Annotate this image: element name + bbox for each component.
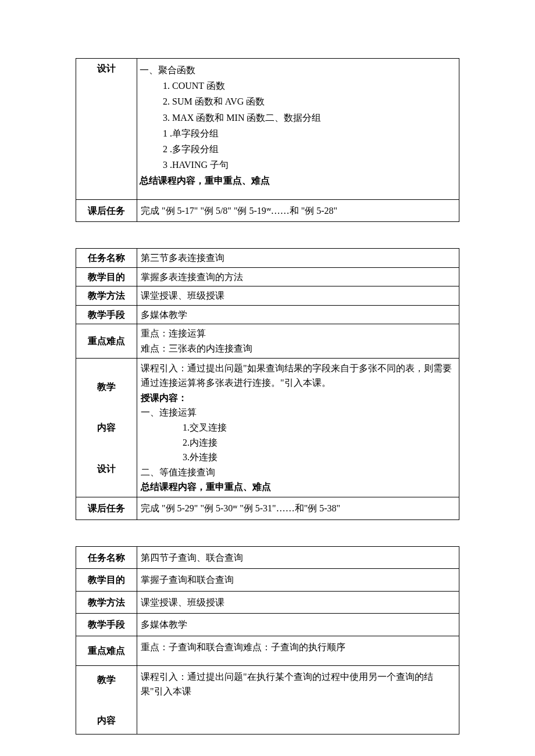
text-line: 2. SUM 函数和 AVG 函数 bbox=[140, 94, 454, 109]
row-label: 教学目的 bbox=[76, 569, 137, 592]
summary-line: 总结课程内容，重申重点、难点 bbox=[141, 482, 271, 492]
text-line: 3 .HAVING 子句 bbox=[140, 157, 454, 173]
label-part: 教学 bbox=[97, 382, 116, 392]
table-row: 课后任务 完成 "例 5-29" "例 5-30ʷ "例 5-31"……和"例 … bbox=[76, 497, 459, 520]
text-line: 重点：连接运算 bbox=[141, 328, 206, 338]
row-content: 掌握子查询和联合查询 bbox=[137, 569, 459, 592]
table-row: 教学 内容 课程引入：通过提出问题"在执行某个查询的过程中使用另一个查询的结果"… bbox=[76, 665, 459, 734]
row-content: 第三节多表连接查询 bbox=[137, 249, 459, 268]
row-content: 课堂授课、班级授课 bbox=[137, 286, 459, 306]
label-part: 设计 bbox=[97, 464, 116, 474]
row-label: 设计 bbox=[76, 59, 137, 200]
text-line: 2.内连接 bbox=[141, 435, 455, 450]
text-line: 难点：三张表的内连接查询 bbox=[141, 343, 252, 353]
row-content: 多媒体教学 bbox=[137, 614, 459, 636]
row-content: 完成 "例 5-17" "例 5/8" "例 5-19ʷ……和 "例 5-28" bbox=[137, 199, 459, 222]
table-row: 重点难点 重点：连接运算 难点：三张表的内连接查询 bbox=[76, 324, 459, 358]
lesson-table-1: 设计 一、聚合函数 1. COUNT 函数 2. SUM 函数和 AVG 函数 … bbox=[76, 58, 459, 222]
label-part: 教学 bbox=[97, 675, 116, 685]
row-label: 任务名称 bbox=[76, 546, 137, 569]
row-content: 重点：连接运算 难点：三张表的内连接查询 bbox=[137, 324, 459, 358]
table-row: 教学目的 掌握多表连接查询的方法 bbox=[76, 267, 459, 286]
table-row: 任务名称 第四节子查询、联合查询 bbox=[76, 546, 459, 569]
text-line: 1.交叉连接 bbox=[141, 420, 455, 435]
row-label: 课后任务 bbox=[76, 497, 137, 520]
text-line: 一、聚合函数 bbox=[140, 65, 195, 75]
table-row: 重点难点 重点：子查询和联合查询难点：子查询的执行顺序 bbox=[76, 636, 459, 665]
row-content: 课堂授课、班级授课 bbox=[137, 591, 459, 614]
text-line: 课程引入：通过提出问题"如果查询结果的字段来自于多张不同的表，则需要通过连接运算… bbox=[141, 363, 452, 388]
row-content: 课程引入：通过提出问题"如果查询结果的字段来自于多张不同的表，则需要通过连接运算… bbox=[137, 358, 459, 497]
row-label: 教学方法 bbox=[76, 591, 137, 614]
row-label: 任务名称 bbox=[76, 249, 137, 268]
text-line: 一、连接运算 bbox=[141, 407, 197, 417]
row-label: 重点难点 bbox=[76, 636, 137, 665]
table-row: 任务名称 第三节多表连接查询 bbox=[76, 249, 459, 268]
row-label: 教学手段 bbox=[76, 614, 137, 636]
table-row: 教学手段 多媒体教学 bbox=[76, 614, 459, 636]
label-part: 内容 bbox=[97, 715, 116, 725]
row-label: 课后任务 bbox=[76, 199, 137, 222]
table-row: 教学方法 课堂授课、班级授课 bbox=[76, 286, 459, 306]
lesson-table-2: 任务名称 第三节多表连接查询 教学目的 掌握多表连接查询的方法 教学方法 课堂授… bbox=[76, 248, 459, 520]
table-row: 课后任务 完成 "例 5-17" "例 5/8" "例 5-19ʷ……和 "例 … bbox=[76, 199, 459, 222]
label-part: 内容 bbox=[97, 422, 116, 432]
row-content: 课程引入：通过提出问题"在执行某个查询的过程中使用另一个查询的结果"引入本课 bbox=[137, 665, 459, 734]
summary-line: 总结课程内容，重申重点、难点 bbox=[140, 175, 270, 185]
row-label: 教学目的 bbox=[76, 267, 137, 286]
text-line: 授课内容： bbox=[141, 393, 187, 403]
row-content: 一、聚合函数 1. COUNT 函数 2. SUM 函数和 AVG 函数 3. … bbox=[137, 59, 459, 200]
text-line: 1 .单字段分组 bbox=[140, 126, 454, 141]
text-line: 二、等值连接查询 bbox=[141, 467, 215, 477]
row-content: 重点：子查询和联合查询难点：子查询的执行顺序 bbox=[137, 636, 459, 665]
text-line: 2 .多字段分组 bbox=[140, 141, 454, 157]
row-content: 第四节子查询、联合查询 bbox=[137, 546, 459, 569]
table-row: 设计 一、聚合函数 1. COUNT 函数 2. SUM 函数和 AVG 函数 … bbox=[76, 59, 459, 200]
table-row: 教学方法 课堂授课、班级授课 bbox=[76, 591, 459, 614]
row-content: 掌握多表连接查询的方法 bbox=[137, 267, 459, 286]
row-content: 完成 "例 5-29" "例 5-30ʷ "例 5-31"……和"例 5-38" bbox=[137, 497, 459, 520]
text-line: 3. MAX 函数和 MIN 函数二、数据分组 bbox=[140, 110, 454, 126]
row-label: 教学 内容 bbox=[76, 665, 137, 734]
text-line: 1. COUNT 函数 bbox=[140, 78, 454, 94]
table-row: 教学 内容 设计 课程引入：通过提出问题"如果查询结果的字段来自于多张不同的表，… bbox=[76, 358, 459, 497]
table-row: 教学目的 掌握子查询和联合查询 bbox=[76, 569, 459, 592]
text-line: 3.外连接 bbox=[141, 450, 455, 465]
row-label: 教学 内容 设计 bbox=[76, 358, 137, 497]
row-label: 重点难点 bbox=[76, 324, 137, 358]
row-content: 多媒体教学 bbox=[137, 305, 459, 324]
row-label: 教学手段 bbox=[76, 305, 137, 324]
row-label: 教学方法 bbox=[76, 286, 137, 306]
lesson-table-3: 任务名称 第四节子查询、联合查询 教学目的 掌握子查询和联合查询 教学方法 课堂… bbox=[76, 546, 459, 735]
table-row: 教学手段 多媒体教学 bbox=[76, 305, 459, 324]
